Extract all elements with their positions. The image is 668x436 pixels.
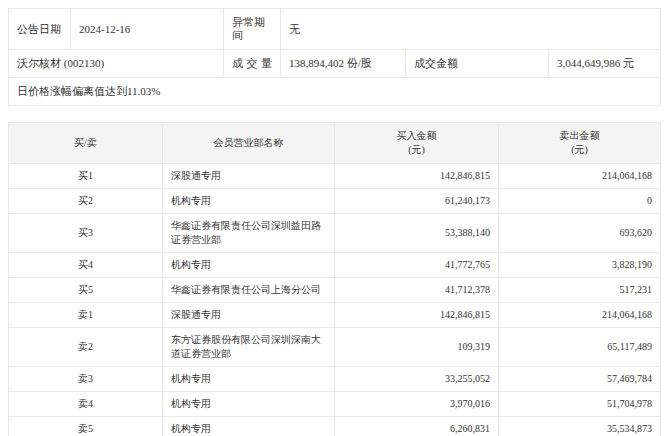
announce-date-label: 公告日期 — [9, 9, 71, 50]
side-cell: 买2 — [9, 189, 163, 214]
table-row: 买5 华鑫证券有限责任公司上海分公司 41,712,378 517,231 — [9, 278, 661, 303]
table-row: 买3 华鑫证券有限责任公司深圳益田路证券营业部 53,388,140 693,6… — [9, 214, 661, 253]
broker-cell: 机构专用 — [163, 189, 335, 214]
broker-cell: 深股通专用 — [163, 303, 335, 328]
side-cell: 买1 — [9, 164, 163, 189]
side-cell: 卖5 — [9, 417, 163, 436]
broker-cell: 华鑫证券有限责任公司上海分公司 — [163, 278, 335, 303]
broker-cell: 机构专用 — [163, 392, 335, 417]
buy-amount-cell: 142,846,815 — [335, 164, 499, 189]
buy-amount-cell: 61,240,173 — [335, 189, 499, 214]
side-cell: 买3 — [9, 214, 163, 253]
info-row-date: 公告日期 2024-12-16 异常期间 无 — [9, 9, 661, 50]
broker-cell: 机构专用 — [163, 367, 335, 392]
buy-amount-title: 买入金额 — [397, 130, 437, 141]
table-row: 卖3 机构专用 33,255,052 57,469,784 — [9, 367, 661, 392]
table-row: 卖4 机构专用 3,970,016 51,704,978 — [9, 392, 661, 417]
broker-seats-table: 买/卖 会员营业部名称 买入金额 (元) 卖出金额 (元) 买1 深股通专用 1… — [8, 122, 661, 436]
sell-amount-cell: 0 — [499, 189, 661, 214]
stock-name: 沃尔核材 (002130) — [9, 50, 224, 78]
side-cell: 卖3 — [9, 367, 163, 392]
side-column-header: 买/卖 — [9, 123, 163, 164]
sell-amount-cell: 65,117,489 — [499, 328, 661, 367]
abnormal-period-label: 异常期间 — [224, 9, 281, 50]
buy-amount-cell: 3,970,016 — [335, 392, 499, 417]
buy-amount-cell: 6,260,831 — [335, 417, 499, 436]
broker-cell: 机构专用 — [163, 253, 335, 278]
table-row: 卖1 深股通专用 142,846,815 214,064,168 — [9, 303, 661, 328]
sell-amount-cell: 35,534,873 — [499, 417, 661, 436]
broker-cell: 深股通专用 — [163, 164, 335, 189]
info-row-reason: 日价格涨幅偏离值达到11.03% — [9, 78, 661, 106]
sell-amount-cell: 214,064,168 — [499, 164, 661, 189]
broker-column-header: 会员营业部名称 — [163, 123, 335, 164]
volume-label: 成交量 — [224, 50, 281, 78]
sell-amount-column-header: 卖出金额 (元) — [499, 123, 661, 164]
buy-amount-column-header: 买入金额 (元) — [335, 123, 499, 164]
buy-amount-cell: 142,846,815 — [335, 303, 499, 328]
table-row: 买2 机构专用 61,240,173 0 — [9, 189, 661, 214]
buy-amount-unit: (元) — [339, 143, 494, 157]
sell-amount-cell: 214,064,168 — [499, 303, 661, 328]
buy-amount-cell: 33,255,052 — [335, 367, 499, 392]
deviation-note: 日价格涨幅偏离值达到11.03% — [9, 78, 661, 106]
buy-amount-cell: 53,388,140 — [335, 214, 499, 253]
turnover-value: 3,044,649,986 元 — [549, 50, 661, 78]
table-row: 卖5 机构专用 6,260,831 35,534,873 — [9, 417, 661, 436]
sell-amount-unit: (元) — [503, 143, 656, 157]
sell-amount-cell: 693,620 — [499, 214, 661, 253]
broker-cell: 机构专用 — [163, 417, 335, 436]
table-row: 买4 机构专用 41,772,765 3,828,190 — [9, 253, 661, 278]
lhb-detail-page: 公告日期 2024-12-16 异常期间 无 沃尔核材 (002130) 成交量… — [0, 0, 668, 436]
turnover-label: 成交金额 — [406, 50, 549, 78]
broker-cell: 华鑫证券有限责任公司深圳益田路证券营业部 — [163, 214, 335, 253]
info-row-stock: 沃尔核材 (002130) 成交量 138,894,402 份/股 成交金额 3… — [9, 50, 661, 78]
announce-date-value: 2024-12-16 — [71, 9, 224, 50]
side-cell: 卖2 — [9, 328, 163, 367]
buy-amount-cell: 41,772,765 — [335, 253, 499, 278]
buy-amount-cell: 41,712,378 — [335, 278, 499, 303]
sell-amount-cell: 51,704,978 — [499, 392, 661, 417]
buy-amount-cell: 109,319 — [335, 328, 499, 367]
table-header-row: 买/卖 会员营业部名称 买入金额 (元) 卖出金额 (元) — [9, 123, 661, 164]
broker-cell: 东方证券股份有限公司深圳深南大道证券营业部 — [163, 328, 335, 367]
abnormal-period-value: 无 — [281, 9, 661, 50]
side-cell: 卖1 — [9, 303, 163, 328]
side-cell: 买5 — [9, 278, 163, 303]
sell-amount-cell: 57,469,784 — [499, 367, 661, 392]
side-cell: 买4 — [9, 253, 163, 278]
table-row: 买1 深股通专用 142,846,815 214,064,168 — [9, 164, 661, 189]
side-cell: 卖4 — [9, 392, 163, 417]
volume-value: 138,894,402 份/股 — [281, 50, 406, 78]
stock-info-table: 公告日期 2024-12-16 异常期间 无 沃尔核材 (002130) 成交量… — [8, 8, 661, 106]
sell-amount-cell: 517,231 — [499, 278, 661, 303]
table-row: 卖2 东方证券股份有限公司深圳深南大道证券营业部 109,319 65,117,… — [9, 328, 661, 367]
sell-amount-cell: 3,828,190 — [499, 253, 661, 278]
sell-amount-title: 卖出金额 — [560, 130, 600, 141]
